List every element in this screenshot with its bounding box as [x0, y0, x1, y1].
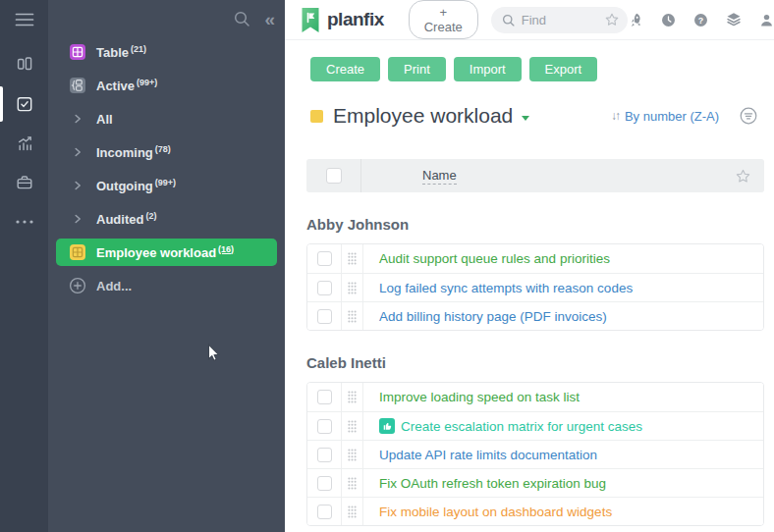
toolbar-button[interactable]: Export [529, 57, 598, 81]
sidebar-item[interactable]: Table(21) [48, 35, 285, 69]
active-filter-icon [69, 77, 86, 94]
help-icon[interactable]: ? [692, 12, 709, 28]
drag-handle[interactable] [342, 274, 363, 301]
task-group: Audit support queue rules and priorities [306, 243, 764, 331]
drag-handle[interactable] [342, 469, 363, 497]
cases-icon[interactable] [0, 163, 48, 202]
task-row[interactable]: Add billing history page (PDF invoices) [307, 301, 763, 330]
workload-view-icon [69, 243, 86, 261]
thumbs-up-badge-icon [379, 418, 395, 434]
task-row[interactable]: Create escalation matrix for urgent case… [307, 411, 763, 440]
sidebar-item[interactable]: All [48, 102, 285, 135]
topbar: planfix + Create ? [285, 0, 774, 40]
assignee-name: Abby Johnson [306, 216, 764, 233]
sidebar-item-label: Incoming(78) [96, 145, 171, 160]
drag-handle[interactable] [342, 302, 363, 330]
task-row[interactable]: Improve loading speed on task list [307, 383, 763, 411]
task-checkbox[interactable] [317, 309, 332, 324]
task-title[interactable]: Fix mobile layout on dashboard widgets [379, 505, 612, 519]
select-all-checkbox[interactable] [326, 168, 342, 184]
task-row[interactable]: Update API rate limits documentation [307, 440, 763, 468]
task-checkbox[interactable] [317, 419, 332, 434]
task-title[interactable]: Improve loading speed on task list [379, 390, 580, 404]
sidebar-item-label: Add... [96, 279, 132, 293]
task-row[interactable]: Fix mobile layout on dashboard widgets [307, 497, 763, 525]
sort-arrows-icon: ↓↑ [611, 109, 619, 123]
item-count: (99+) [155, 178, 176, 187]
find-search[interactable] [491, 7, 628, 33]
task-checkbox[interactable] [317, 390, 332, 404]
global-create-button[interactable]: + Create [409, 0, 478, 39]
sidebar-item[interactable]: Active(99+) [48, 69, 285, 102]
view-color-square [310, 110, 323, 123]
task-checkbox[interactable] [317, 505, 332, 519]
task-group: Improve loading speed on task list [306, 382, 764, 526]
filter-sidebar: « [48, 0, 285, 532]
sidebar-item[interactable]: Outgoing(99+) [48, 169, 285, 202]
task-checkbox[interactable] [317, 281, 332, 295]
rocket-icon[interactable] [628, 12, 644, 28]
planfix-logo[interactable]: planfix [301, 7, 384, 33]
task-row[interactable]: Audit support queue rules and priorities [307, 244, 763, 273]
planfix-logo-icon [301, 7, 320, 33]
find-input[interactable] [522, 13, 598, 27]
sidebar-search-icon[interactable] [232, 9, 251, 28]
main-menu-icon[interactable] [0, 2, 48, 37]
expand-chevron-icon[interactable] [72, 146, 83, 158]
task-title[interactable]: Create escalation matrix for urgent case… [401, 419, 642, 434]
logo-text: planfix [327, 9, 384, 30]
task-title[interactable]: Log failed sync attempts with reason cod… [379, 281, 633, 295]
favorite-star-icon[interactable] [735, 168, 751, 185]
layers-icon[interactable] [725, 11, 743, 28]
task-checkbox[interactable] [317, 251, 332, 266]
task-title[interactable]: Audit support queue rules and priorities [379, 251, 610, 266]
task-title[interactable]: Fix OAuth refresh token expiration bug [379, 476, 606, 491]
sidebar-item[interactable]: Audited(2) [48, 202, 285, 236]
user-icon[interactable]: 1 [758, 12, 774, 28]
clock-icon[interactable] [660, 12, 677, 28]
projects-icon[interactable] [0, 45, 48, 84]
toolbar-button[interactable]: Print [388, 57, 446, 81]
drag-handle[interactable] [342, 441, 363, 468]
drag-handle[interactable] [342, 244, 363, 273]
task-title[interactable]: Update API rate limits documentation [379, 448, 597, 462]
task-title[interactable]: Add billing history page (PDF invoices) [379, 309, 607, 324]
sidebar-item-label: Active(99+) [96, 79, 157, 93]
drag-handle[interactable] [342, 412, 363, 440]
toolbar-button[interactable]: Import [454, 57, 522, 81]
task-row[interactable]: Fix OAuth refresh token expiration bug [307, 468, 763, 497]
collapse-sidebar-icon[interactable]: « [260, 10, 279, 28]
toolbar: Create Print Import Export [310, 57, 764, 81]
name-column-header[interactable]: Name [422, 168, 457, 185]
tasks-icon[interactable] [0, 84, 48, 124]
main-area: planfix + Create ? [285, 0, 774, 532]
content: Create Print Import Export Employee work… [285, 40, 774, 532]
expand-chevron-icon[interactable] [72, 213, 83, 225]
sort-label: By number (Z-A) [625, 109, 719, 124]
drag-handle[interactable] [342, 383, 363, 411]
task-checkbox[interactable] [317, 448, 332, 462]
planfix-app: « [0, 0, 774, 532]
reports-icon[interactable] [0, 124, 48, 163]
expand-chevron-icon[interactable] [72, 113, 83, 125]
sidebar-item-label: Employee workload(16) [96, 245, 234, 260]
filter-circle-icon[interactable] [739, 106, 758, 126]
saved-search-star-icon[interactable] [604, 12, 620, 27]
sort-control[interactable]: ↓↑ By number (Z-A) [611, 109, 719, 124]
drag-handle[interactable] [342, 498, 363, 525]
item-count: (78) [155, 144, 171, 154]
sidebar-item-label: Outgoing(99+) [96, 179, 176, 193]
item-count: (16) [218, 244, 234, 254]
table-view-icon [69, 43, 86, 61]
more-icon[interactable] [0, 202, 48, 241]
sidebar-item[interactable]: Add... [48, 269, 285, 302]
toolbar-button[interactable]: Create [310, 57, 380, 81]
expand-chevron-icon[interactable] [72, 180, 83, 191]
task-checkbox[interactable] [317, 476, 332, 491]
page-title[interactable]: Employee workload [333, 104, 513, 128]
task-row[interactable]: Log failed sync attempts with reason cod… [307, 273, 763, 301]
sidebar-item[interactable]: Incoming(78) [48, 135, 285, 169]
sidebar-item[interactable]: Employee workload(16) [56, 239, 277, 266]
sidebar-item-label: All [96, 112, 113, 127]
title-dropdown-caret-icon[interactable] [522, 116, 529, 121]
